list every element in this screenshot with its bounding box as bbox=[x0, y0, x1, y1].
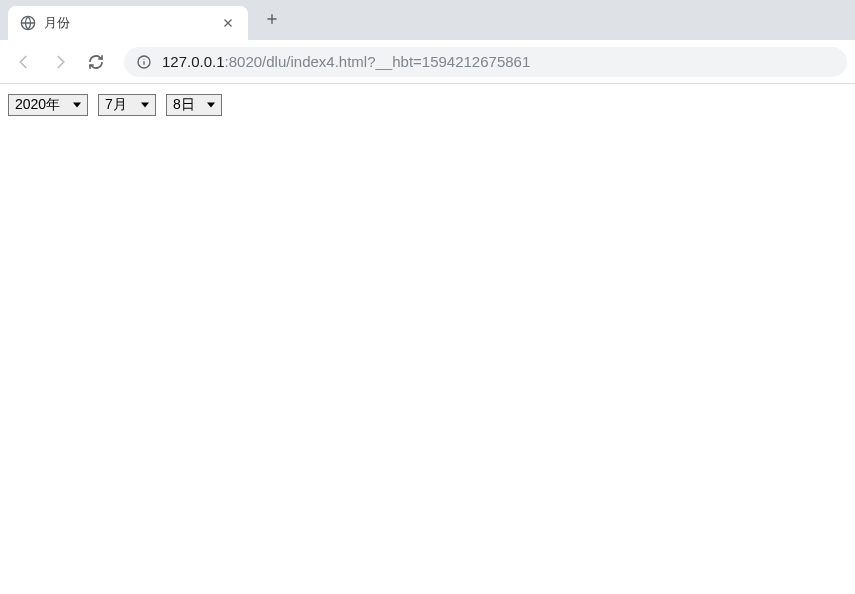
chevron-down-icon bbox=[141, 103, 149, 108]
reload-button[interactable] bbox=[80, 46, 112, 78]
year-select[interactable]: 2020年 bbox=[8, 94, 88, 116]
month-select[interactable]: 7月 bbox=[98, 94, 156, 116]
tab-title: 月份 bbox=[44, 14, 212, 32]
date-picker-row: 2020年 7月 8日 bbox=[8, 94, 847, 116]
chevron-down-icon bbox=[73, 103, 81, 108]
address-bar[interactable]: 127.0.0.1:8020/dlu/index4.html?__hbt=159… bbox=[124, 47, 847, 77]
svg-point-3 bbox=[143, 58, 144, 59]
chevron-down-icon bbox=[207, 103, 215, 108]
forward-button[interactable] bbox=[44, 46, 76, 78]
new-tab-button[interactable] bbox=[258, 5, 286, 33]
year-select-value: 2020年 bbox=[15, 96, 60, 114]
day-select-value: 8日 bbox=[173, 96, 195, 114]
browser-toolbar: 127.0.0.1:8020/dlu/index4.html?__hbt=159… bbox=[0, 40, 855, 84]
back-button[interactable] bbox=[8, 46, 40, 78]
url-host: 127.0.0.1 bbox=[162, 53, 225, 70]
url-port: :8020 bbox=[225, 53, 263, 70]
globe-icon bbox=[20, 15, 36, 31]
url-path: /dlu/index4.html?__hbt=1594212675861 bbox=[262, 53, 530, 70]
day-select[interactable]: 8日 bbox=[166, 94, 222, 116]
site-info-icon[interactable] bbox=[136, 54, 152, 70]
month-select-value: 7月 bbox=[105, 96, 127, 114]
browser-chrome: 月份 bbox=[0, 0, 855, 84]
page-content: 2020年 7月 8日 bbox=[0, 84, 855, 126]
url-text: 127.0.0.1:8020/dlu/index4.html?__hbt=159… bbox=[162, 53, 530, 70]
browser-tab[interactable]: 月份 bbox=[8, 6, 248, 40]
tab-close-button[interactable] bbox=[220, 15, 236, 31]
tab-strip: 月份 bbox=[0, 0, 855, 40]
